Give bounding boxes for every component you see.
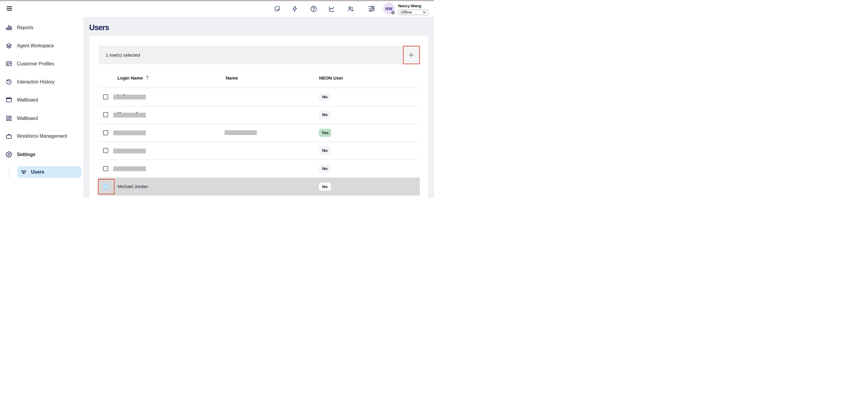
sort-ascending-icon (146, 75, 150, 80)
gear-icon (6, 151, 12, 158)
agents-button[interactable] (347, 5, 354, 12)
sidebar-item-wallboard-2[interactable]: Wallboard (0, 113, 83, 124)
sidebar-item-interaction-history[interactable]: Interaction History (0, 76, 83, 88)
redaction-artifact (136, 112, 137, 113)
table-row[interactable]: No (98, 160, 420, 178)
sidebar-item-label: Wallboard (17, 97, 38, 103)
avatar-initials: NW (385, 6, 393, 11)
dashboard-grid-icon (6, 115, 12, 121)
window-top-edge (0, 0, 434, 1)
sidebar-item-label: Interaction History (17, 79, 55, 85)
sidebar-item-label: Workforce Management (17, 133, 67, 139)
sidebar: ReportsAgent WorkspaceCustomer ProfilesI… (0, 17, 83, 198)
avatar[interactable]: NW (383, 3, 395, 14)
topbar: NW Nancy Wang Offline (0, 0, 434, 17)
login-name-cell: Michael.Jordan (118, 184, 148, 189)
status-dot-icon (391, 11, 395, 14)
annotation-box-row-checkbox (98, 179, 115, 194)
neon-user-badge: No (319, 183, 331, 191)
status-select-value: Offline (401, 10, 423, 14)
status-select[interactable]: Offline (398, 10, 429, 15)
neon-user-badge: Yes (319, 129, 331, 137)
neon-user-badge: No (319, 111, 331, 119)
analytics-button[interactable] (328, 5, 335, 12)
column-header-name[interactable]: Name (226, 75, 238, 81)
browser-window-icon (6, 97, 12, 103)
user-name: Nancy Wang (398, 4, 421, 8)
row-checkbox[interactable] (103, 112, 108, 117)
redacted-login-name (113, 95, 146, 99)
selection-count: 1 row(s) selected (106, 46, 140, 64)
sidebar-item-wallboard[interactable]: Wallboard (0, 94, 83, 106)
table-row[interactable]: Yes (98, 124, 420, 142)
sidebar-item-users[interactable]: Users (18, 166, 82, 178)
sidebar-item-label: Customer Profiles (17, 61, 54, 67)
briefcase-icon (6, 133, 12, 140)
neon-user-badge: No (319, 147, 331, 155)
table-body: NoNoYesNoNoMichael.JordanNo (98, 88, 420, 195)
users-card: 1 row(s) selected Login Name Name NEON U… (90, 36, 429, 198)
hamburger-icon (7, 6, 12, 11)
neon-user-badge: No (319, 164, 331, 173)
chevron-down-icon (423, 11, 426, 13)
redacted-login-name (113, 130, 146, 135)
redacted-login-name (113, 149, 146, 153)
sidebar-item-label: Settings (17, 152, 36, 157)
sidebar-item-workforce-management[interactable]: Workforce Management (0, 130, 83, 142)
sidebar-item-label: Reports (17, 25, 33, 30)
page-title: Users (89, 23, 109, 32)
main-content: Users 1 row(s) selected Login Name Name (83, 17, 434, 198)
history-icon (6, 79, 12, 85)
sidebar-item-settings[interactable]: Settings (0, 149, 83, 161)
lightning-icon (291, 5, 298, 12)
neon-user-badge: No (319, 93, 331, 101)
agents-icon (347, 5, 354, 12)
sidebar-item-label: Wallboard (17, 116, 38, 121)
users-group-icon (21, 169, 27, 175)
table-header: Login Name Name NEON User (98, 64, 420, 88)
quick-actions-button[interactable] (291, 5, 299, 12)
controls-icon (368, 5, 375, 12)
preferences-button[interactable] (368, 5, 375, 12)
sidebar-item-reports[interactable]: Reports (0, 22, 83, 34)
column-header-neon-user[interactable]: NEON User (319, 75, 343, 81)
table-row-selected[interactable]: Michael.JordanNo (98, 178, 420, 196)
redacted-login-name (113, 166, 146, 171)
bar-chart-icon (6, 25, 12, 31)
contact-card-icon (6, 61, 12, 67)
analytics-icon (328, 5, 335, 12)
sidebar-item-users-label: Users (31, 170, 44, 175)
annotation-box-add-button (403, 46, 420, 64)
table-row[interactable]: No (98, 106, 420, 124)
table-row[interactable]: No (98, 88, 420, 106)
note-icon (274, 5, 281, 12)
redacted-login-name (113, 113, 146, 118)
redacted-name (224, 130, 257, 135)
menu-button[interactable] (7, 6, 12, 11)
table-row[interactable]: No (98, 142, 420, 160)
help-button[interactable] (310, 5, 317, 12)
tree-indent-line (9, 166, 9, 178)
row-checkbox[interactable] (103, 130, 108, 135)
column-header-login-name[interactable]: Login Name (118, 75, 150, 81)
redaction-artifact (118, 94, 119, 95)
redaction-artifact (123, 94, 124, 95)
selection-toolbar: 1 row(s) selected (98, 46, 420, 64)
redaction-artifact (118, 112, 119, 113)
sidebar-item-label: Agent Workspace (17, 43, 54, 49)
layers-icon (6, 43, 12, 49)
row-checkbox[interactable] (103, 94, 108, 99)
row-checkbox[interactable] (103, 148, 108, 153)
redaction-artifact (120, 112, 121, 113)
notes-button[interactable] (274, 5, 281, 12)
sidebar-item-customer-profiles[interactable]: Customer Profiles (0, 58, 83, 70)
row-checkbox[interactable] (103, 166, 108, 171)
sidebar-item-agent-workspace[interactable]: Agent Workspace (0, 40, 83, 52)
help-icon (310, 5, 317, 12)
